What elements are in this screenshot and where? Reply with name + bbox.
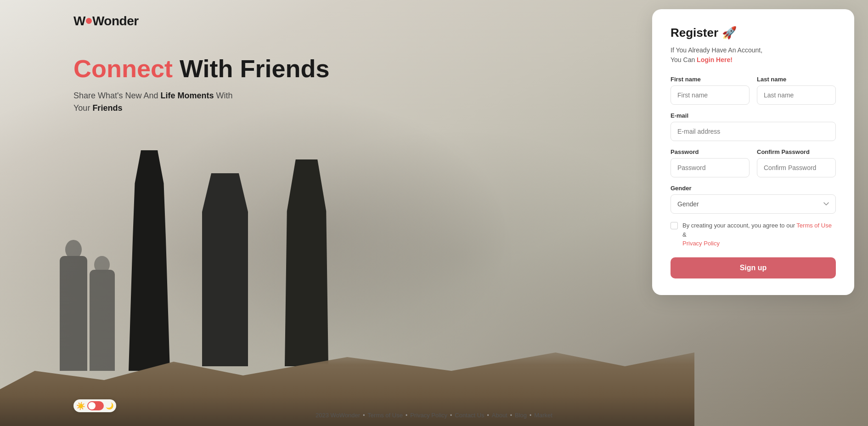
- hero-title-rest: With Friends: [173, 55, 330, 82]
- terms-and: &: [682, 231, 687, 238]
- footer-dot-1: •: [363, 412, 365, 419]
- person-silhouette-5: [90, 270, 115, 371]
- footer-link-market[interactable]: Market: [534, 412, 552, 419]
- theme-toggle[interactable]: ☀️ 🌙: [73, 399, 116, 412]
- password-row: Password Confirm Password: [671, 148, 836, 177]
- password-label: Password: [671, 148, 750, 155]
- person-silhouette-1: [129, 150, 170, 371]
- signup-button[interactable]: Sign up: [671, 257, 836, 278]
- footer-link-about[interactable]: About: [492, 412, 507, 419]
- register-subtitle-line2: You Can: [671, 56, 697, 63]
- hero-title-highlight: Connect: [73, 55, 173, 82]
- footer: 2023 WoWonder • Terms of Use • Privacy P…: [0, 412, 868, 419]
- footer-link-blog[interactable]: Blog: [515, 412, 527, 419]
- email-label: E-mail: [671, 112, 836, 119]
- gender-select[interactable]: Gender Male Female Other: [671, 194, 836, 214]
- first-name-input[interactable]: [671, 85, 750, 105]
- footer-dot-3: •: [450, 412, 452, 419]
- footer-link-terms[interactable]: Terms of Use: [367, 412, 403, 419]
- email-input[interactable]: [671, 122, 836, 141]
- footer-links: 2023 WoWonder • Terms of Use • Privacy P…: [0, 412, 868, 419]
- gender-row: Gender Gender Male Female Other: [671, 185, 836, 214]
- terms-of-use-link[interactable]: Terms of Use: [796, 222, 832, 229]
- terms-prefix: By creating your account, you agree to o…: [682, 222, 796, 229]
- first-name-label: First name: [671, 76, 750, 83]
- hero-subtitle-your: Your: [73, 103, 92, 113]
- logo: W Wonder: [73, 14, 139, 28]
- register-form: First name Last name E-mail Password Con…: [671, 76, 836, 278]
- gender-group: Gender Gender Male Female Other: [671, 185, 836, 214]
- last-name-label: Last name: [757, 76, 836, 83]
- login-link[interactable]: Login Here!: [697, 56, 733, 63]
- terms-checkbox[interactable]: [671, 222, 678, 229]
- hero-subtitle-life-moments: Life Moments: [161, 91, 214, 100]
- footer-dot-4: •: [487, 412, 489, 419]
- privacy-policy-link[interactable]: Privacy Policy: [682, 240, 720, 247]
- register-subtitle-line1: If You Already Have An Account,: [671, 46, 762, 54]
- toggle-thumb: [88, 402, 96, 409]
- footer-copyright: 2023 WoWonder: [316, 412, 360, 419]
- last-name-input[interactable]: [757, 85, 836, 105]
- hero-subtitle-line1: Share What's New And: [73, 91, 161, 100]
- confirm-password-group: Confirm Password: [757, 148, 836, 177]
- register-card: Register 🚀 If You Already Have An Accoun…: [652, 9, 854, 295]
- footer-dot-2: •: [406, 412, 407, 419]
- footer-dot-6: •: [530, 412, 531, 419]
- last-name-group: Last name: [757, 76, 836, 105]
- person-silhouette-4: [60, 256, 87, 371]
- footer-link-contact[interactable]: Contact Us: [455, 412, 484, 419]
- confirm-password-input[interactable]: [757, 158, 836, 177]
- email-group: E-mail: [671, 112, 836, 141]
- first-name-group: First name: [671, 76, 750, 105]
- register-title-text: Register: [671, 26, 718, 40]
- header: W Wonder: [73, 14, 139, 28]
- confirm-password-label: Confirm Password: [757, 148, 836, 155]
- person-silhouette-3: [285, 159, 328, 366]
- moon-icon: 🌙: [106, 402, 113, 409]
- hero-section: Connect With Friends Share What's New An…: [73, 55, 330, 114]
- person-silhouette-2: [202, 173, 248, 366]
- terms-text: By creating your account, you agree to o…: [682, 221, 836, 248]
- password-input[interactable]: [671, 158, 750, 177]
- register-title: Register 🚀: [671, 26, 836, 40]
- footer-link-privacy[interactable]: Privacy Policy: [410, 412, 447, 419]
- toggle-track: [87, 401, 104, 410]
- logo-text: W Wonder: [73, 14, 139, 28]
- hero-subtitle-friends: Friends: [92, 103, 122, 113]
- name-row: First name Last name: [671, 76, 836, 105]
- gender-label: Gender: [671, 185, 836, 192]
- hero-title: Connect With Friends: [73, 55, 330, 82]
- sun-icon: ☀️: [76, 402, 85, 410]
- footer-dot-5: •: [510, 412, 512, 419]
- hero-subtitle: Share What's New And Life Moments With Y…: [73, 90, 330, 114]
- password-group: Password: [671, 148, 750, 177]
- hero-subtitle-with: With: [214, 91, 233, 100]
- email-row: E-mail: [671, 112, 836, 141]
- register-subtitle: If You Already Have An Account, You Can …: [671, 45, 836, 65]
- register-rocket-icon: 🚀: [722, 26, 737, 40]
- terms-row: By creating your account, you agree to o…: [671, 221, 836, 248]
